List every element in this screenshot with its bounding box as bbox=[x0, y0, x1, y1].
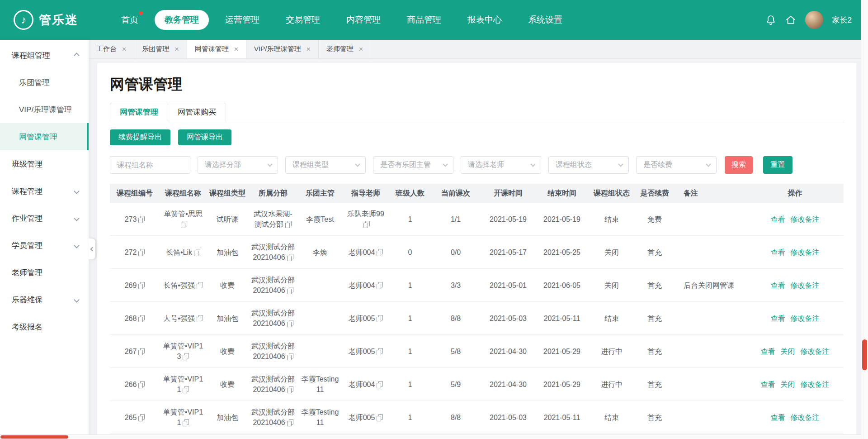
copy-icon[interactable] bbox=[194, 249, 200, 256]
tab-close-icon[interactable]: × bbox=[234, 46, 238, 53]
copy-icon[interactable] bbox=[287, 287, 293, 294]
reset-button[interactable]: 重置 bbox=[763, 156, 793, 174]
copy-icon[interactable] bbox=[183, 386, 189, 393]
sidebar-collapse-handle[interactable] bbox=[89, 239, 95, 259]
copy-icon[interactable] bbox=[287, 320, 293, 327]
copy-icon[interactable] bbox=[138, 381, 145, 388]
user-name[interactable]: 家长2 bbox=[832, 15, 852, 25]
copy-icon[interactable] bbox=[287, 419, 293, 426]
sidebar-item-6[interactable]: 作业管理 bbox=[0, 205, 89, 232]
tab-close-icon[interactable]: × bbox=[122, 46, 126, 53]
home-icon[interactable] bbox=[785, 14, 796, 25]
edit-remark-link[interactable]: 修改备注 bbox=[791, 282, 820, 289]
topnav-item-6[interactable]: 报表中心 bbox=[458, 10, 512, 30]
course-group-status-select[interactable]: 课程组状态 bbox=[548, 156, 629, 174]
copy-icon[interactable] bbox=[183, 419, 189, 426]
course-group-type-select[interactable]: 课程组类型 bbox=[285, 156, 366, 174]
view-link[interactable]: 查看 bbox=[761, 381, 775, 388]
workspace-tab-2[interactable]: 网管课管理× bbox=[187, 40, 246, 58]
sidebar-item-9[interactable]: 乐器维保 bbox=[0, 286, 89, 313]
cell-type: 加油包 bbox=[207, 302, 248, 335]
tab-close-icon[interactable]: × bbox=[175, 46, 179, 53]
edit-remark-link[interactable]: 修改备注 bbox=[791, 215, 820, 223]
edit-remark-link[interactable]: 修改备注 bbox=[801, 381, 830, 388]
page-tab-0[interactable]: 网管课管理 bbox=[110, 103, 168, 122]
view-link[interactable]: 查看 bbox=[771, 282, 785, 289]
tab-close-icon[interactable]: × bbox=[359, 46, 363, 53]
sidebar-item-0[interactable]: 课程组管理 bbox=[0, 42, 89, 69]
workspace-tab-4[interactable]: 老师管理× bbox=[319, 40, 371, 58]
view-link[interactable]: 查看 bbox=[761, 348, 775, 355]
copy-icon[interactable] bbox=[183, 353, 189, 360]
copy-icon[interactable] bbox=[377, 282, 383, 289]
horizontal-scrollbar[interactable] bbox=[0, 434, 861, 439]
online-course-export-button[interactable]: 网管课导出 bbox=[178, 129, 231, 145]
view-link[interactable]: 查看 bbox=[771, 414, 785, 421]
teacher-select[interactable]: 请选择老师 bbox=[461, 156, 541, 174]
copy-icon[interactable] bbox=[138, 348, 145, 355]
edit-remark-link[interactable]: 修改备注 bbox=[791, 414, 820, 421]
copy-icon[interactable] bbox=[287, 386, 293, 393]
sidebar-item-2[interactable]: VIP/乐理课管理 bbox=[0, 96, 89, 123]
search-button[interactable]: 搜索 bbox=[725, 156, 753, 174]
copy-icon[interactable] bbox=[138, 249, 145, 256]
cell-text: 乐队老师99 bbox=[347, 210, 384, 218]
sidebar-item-4[interactable]: 班级管理 bbox=[0, 150, 89, 177]
horizontal-scrollbar-thumb[interactable] bbox=[0, 435, 68, 439]
cell-actions: 查看修改备注 bbox=[746, 203, 844, 236]
edit-remark-link[interactable]: 修改备注 bbox=[801, 348, 830, 355]
copy-icon[interactable] bbox=[377, 381, 383, 388]
sidebar-item-3[interactable]: 网管课管理 bbox=[0, 123, 89, 150]
topnav-item-2[interactable]: 运营管理 bbox=[215, 10, 269, 30]
edit-remark-link[interactable]: 修改备注 bbox=[791, 315, 820, 322]
page-tab-1[interactable]: 网管课购买 bbox=[168, 103, 226, 122]
sidebar-item-10[interactable]: 考级报名 bbox=[0, 313, 89, 340]
close-link[interactable]: 关闭 bbox=[781, 381, 795, 388]
topnav-item-3[interactable]: 交易管理 bbox=[276, 10, 330, 30]
copy-icon[interactable] bbox=[287, 353, 293, 360]
brand[interactable]: ♪ 管乐迷 bbox=[14, 10, 90, 30]
topnav-item-7[interactable]: 系统设置 bbox=[518, 10, 572, 30]
copy-icon[interactable] bbox=[181, 221, 187, 228]
copy-icon[interactable] bbox=[138, 315, 145, 322]
copy-icon[interactable] bbox=[377, 348, 383, 355]
vertical-scrollbar[interactable] bbox=[861, 0, 868, 439]
branch-select[interactable]: 请选择分部 bbox=[198, 156, 278, 174]
topnav-item-4[interactable]: 内容管理 bbox=[336, 10, 391, 30]
copy-icon[interactable] bbox=[285, 221, 292, 228]
tab-close-icon[interactable]: × bbox=[306, 46, 310, 53]
copy-icon[interactable] bbox=[377, 315, 383, 322]
topnav-item-0[interactable]: 首页 bbox=[111, 10, 148, 30]
sidebar-item-7[interactable]: 学员管理 bbox=[0, 232, 89, 259]
close-link[interactable]: 关闭 bbox=[781, 348, 795, 355]
avatar[interactable] bbox=[805, 11, 823, 29]
vertical-scrollbar-thumb[interactable] bbox=[862, 339, 867, 370]
topnav-item-5[interactable]: 商品管理 bbox=[397, 10, 451, 30]
copy-icon[interactable] bbox=[363, 221, 370, 228]
copy-icon[interactable] bbox=[138, 282, 145, 289]
bell-icon[interactable] bbox=[765, 14, 776, 26]
workspace-tab-3[interactable]: VIP/乐理课管理× bbox=[246, 40, 319, 58]
copy-icon[interactable] bbox=[138, 216, 145, 223]
view-link[interactable]: 查看 bbox=[771, 215, 785, 223]
copy-icon[interactable] bbox=[138, 414, 145, 421]
workspace-tabbar: 工作台×乐团管理×网管课管理×VIP/乐理课管理×老师管理× bbox=[89, 40, 868, 59]
workspace-tab-1[interactable]: 乐团管理× bbox=[134, 40, 187, 58]
band-manager-select[interactable]: 是否有乐团主管 bbox=[373, 156, 453, 174]
copy-icon[interactable] bbox=[287, 254, 293, 261]
renewal-reminder-export-button[interactable]: 续费提醒导出 bbox=[110, 129, 170, 145]
view-link[interactable]: 查看 bbox=[771, 248, 785, 256]
copy-icon[interactable] bbox=[377, 249, 383, 256]
copy-icon[interactable] bbox=[197, 282, 203, 289]
copy-icon[interactable] bbox=[197, 315, 203, 322]
renew-select[interactable]: 是否续费 bbox=[636, 156, 717, 174]
edit-remark-link[interactable]: 修改备注 bbox=[791, 248, 820, 256]
workspace-tab-0[interactable]: 工作台× bbox=[89, 40, 134, 58]
view-link[interactable]: 查看 bbox=[771, 315, 785, 322]
sidebar-item-5[interactable]: 课程管理 bbox=[0, 177, 89, 205]
course-group-name-input[interactable] bbox=[110, 156, 190, 174]
copy-icon[interactable] bbox=[377, 414, 383, 421]
topnav-item-1[interactable]: 教务管理 bbox=[155, 10, 209, 30]
sidebar-item-8[interactable]: 老师管理 bbox=[0, 259, 89, 286]
sidebar-item-1[interactable]: 乐团管理 bbox=[0, 69, 89, 96]
